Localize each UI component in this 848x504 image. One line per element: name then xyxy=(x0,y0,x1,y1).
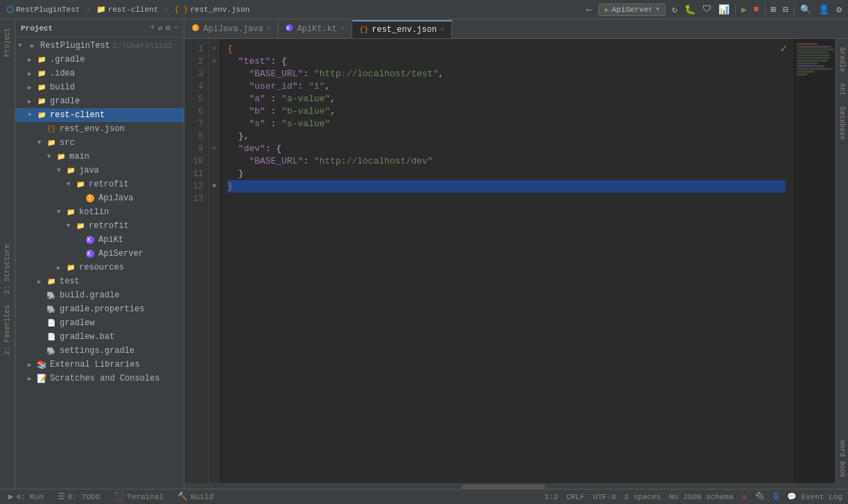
code-area[interactable]: { "test": { "BASE_URL": "http://localhos… xyxy=(219,39,794,483)
kotlin-folder-icon: 📁 xyxy=(65,207,76,218)
bottom-bar: ▶ 4: Run ☰ 6: TODO ⬛ Terminal 🔨 Build 1:… xyxy=(0,489,848,504)
breadcrumb-file[interactable]: { } rest_env.json xyxy=(171,4,253,15)
tab-apikt[interactable]: K ApiKt.kt × xyxy=(278,20,352,38)
fold-2[interactable]: ▼ xyxy=(209,55,219,68)
user-button[interactable]: 👤 xyxy=(815,3,833,17)
tree-item-resources[interactable]: ▶ 📁 resources xyxy=(15,261,184,275)
tab-apijava[interactable]: J ApiJava.java × xyxy=(184,20,278,38)
side-panel-actions: + ⇄ ⚙ − xyxy=(150,23,178,33)
play-icon: ▶ xyxy=(741,4,747,15)
tree-item-apikt[interactable]: ▶ K ApiKt xyxy=(15,233,184,247)
tree-item-external-libs[interactable]: ▶ 📚 External Libraries xyxy=(15,358,184,372)
tree-item-java[interactable]: ▼ 📁 java xyxy=(15,164,184,177)
tree-item-rest-env[interactable]: ▶ {} rest_env.json xyxy=(15,122,184,136)
database-panel-tab[interactable]: Database xyxy=(836,101,848,146)
tree-item-apiserver[interactable]: ▶ K ApiServer xyxy=(15,247,184,261)
search-button[interactable]: 🔍 xyxy=(797,3,815,17)
status-schema[interactable]: No JSON schema xyxy=(669,493,733,501)
add-action[interactable]: + xyxy=(150,23,155,33)
word-book-panel-tab[interactable]: Word Book xyxy=(836,435,848,483)
user-icon: 👤 xyxy=(818,4,829,15)
tree-item-retrofit-java[interactable]: ▼ 📁 retrofit xyxy=(15,177,184,191)
terminal-tab[interactable]: ⬛ Terminal xyxy=(111,492,166,502)
coverage-icon: 🛡 xyxy=(702,4,711,15)
code-line-2: "test": { xyxy=(227,55,786,68)
status-position[interactable]: 1:2 xyxy=(544,493,558,501)
stop-button[interactable]: ■ xyxy=(750,3,763,16)
ant-panel-tab[interactable]: Ant xyxy=(836,78,848,101)
tree-item-gradle-folder[interactable]: ▶ 📁 gradle xyxy=(15,94,184,108)
tree-item-scratches[interactable]: ▶ 📝 Scratches and Consoles xyxy=(15,372,184,385)
tree-item-apijava[interactable]: ▶ J ApiJava xyxy=(15,191,184,205)
tree-item-retrofit-kotlin[interactable]: ▼ 📁 retrofit xyxy=(15,219,184,233)
run-tab[interactable]: ▶ 4: Run xyxy=(6,492,46,502)
project-tab[interactable]: Project xyxy=(1,22,13,62)
run-config-selector[interactable]: ▶ ApiServer ▼ xyxy=(598,3,666,16)
fold-9[interactable]: ▼ xyxy=(209,143,219,155)
status-line-ending[interactable]: CRLF xyxy=(566,493,585,501)
code-line-1: { xyxy=(227,43,786,55)
tab-apikt-close[interactable]: × xyxy=(340,26,345,33)
tree-item-build-root[interactable]: ▶ 📁 build xyxy=(15,80,184,94)
tree-item-main[interactable]: ▼ 📁 main xyxy=(15,150,184,164)
run-play-button[interactable]: ▶ xyxy=(738,3,750,17)
top-toolbar: ⬡ RestPluginTest › 📁 rest-client › { } r… xyxy=(0,0,848,19)
fold-12[interactable]: ▼ xyxy=(209,180,219,193)
run-config-label: ApiServer xyxy=(612,6,652,14)
folder-icon: 📁 xyxy=(36,82,47,93)
scratch-icon: 📝 xyxy=(36,373,47,384)
gradle-panel-tab[interactable]: Gradle xyxy=(836,42,848,78)
tab-rest-env[interactable]: {} rest_env.json × xyxy=(352,20,452,38)
project-nav[interactable]: ⬡ RestPluginTest xyxy=(3,3,83,17)
folder-icon: 📁 xyxy=(46,137,57,148)
status-google-icon: G xyxy=(774,492,779,502)
tree-item-build-gradle[interactable]: ▶ 🐘 build.gradle xyxy=(15,288,184,302)
minimize-action[interactable]: − xyxy=(173,23,178,33)
nav-back-button[interactable]: ← xyxy=(583,3,596,17)
fold-1[interactable]: ▼ xyxy=(209,43,219,55)
tree-item-rest-client[interactable]: ▼ 📁 rest-client xyxy=(15,108,184,122)
sync-action[interactable]: ⇄ xyxy=(157,23,162,33)
tree-item-settings-gradle[interactable]: ▶ 🐘 settings.gradle xyxy=(15,344,184,358)
search-icon: 🔍 xyxy=(800,4,811,15)
fold-5 xyxy=(209,93,219,105)
settings-action[interactable]: ⚙ xyxy=(166,23,171,33)
tab-rest-env-label: rest_env.json xyxy=(372,25,437,35)
debug-button[interactable]: 🐛 xyxy=(681,3,699,17)
tree-item-idea[interactable]: ▶ 📁 .idea xyxy=(15,67,184,80)
tab-rest-env-close[interactable]: × xyxy=(440,26,444,34)
structure-tab[interactable]: 2: Structure xyxy=(1,238,13,299)
code-line-13 xyxy=(227,193,786,205)
tree-item-src[interactable]: ▼ 📁 src xyxy=(15,136,184,150)
tree-item-kotlin[interactable]: ▼ 📁 kotlin xyxy=(15,205,184,219)
build-tab[interactable]: 🔨 Build xyxy=(175,492,216,502)
breadcrumb-rest-client[interactable]: 📁 rest-client xyxy=(93,3,162,15)
tab-apijava-close[interactable]: × xyxy=(266,26,270,33)
fold-6 xyxy=(209,105,219,118)
todo-tab[interactable]: ☰ 6: TODO xyxy=(55,492,103,502)
tree-item-gradle-hidden[interactable]: ▶ 📁 .gradle xyxy=(15,53,184,67)
kotlin-file-icon2: K xyxy=(85,248,96,259)
folder-icon: 📁 xyxy=(96,5,106,14)
event-log[interactable]: 💬 Event Log xyxy=(787,492,842,501)
code-line-9: "dev": { xyxy=(227,143,786,155)
horizontal-scrollbar[interactable] xyxy=(184,483,848,489)
status-encoding[interactable]: UTF-8 xyxy=(593,493,616,501)
settings-button[interactable]: ⚙ xyxy=(833,3,845,17)
layout2-button[interactable]: ⊟ xyxy=(779,3,792,17)
tree-item-gradlew-bat[interactable]: ▶ 📄 gradlew.bat xyxy=(15,330,184,344)
code-line-5: "a" : "a-value", xyxy=(227,93,786,105)
coverage-button[interactable]: 🛡 xyxy=(699,3,715,16)
tree-item-gradle-props[interactable]: ▶ 🐘 gradle.properties xyxy=(15,302,184,316)
tree-item-gradlew[interactable]: ▶ 📄 gradlew xyxy=(15,316,184,330)
tree-item-test[interactable]: ▶ 📁 test xyxy=(15,275,184,288)
editor-outer: J ApiJava.java × K ApiKt.kt × {} rest_en… xyxy=(184,19,848,489)
profile-button[interactable]: 📊 xyxy=(715,3,733,17)
favorites-tab[interactable]: 2: Favorites xyxy=(1,299,13,360)
layout-button[interactable]: ⊞ xyxy=(768,3,780,17)
json-file-icon: {} xyxy=(46,123,57,134)
status-error-icon: ⚠ xyxy=(742,492,747,502)
tree-root[interactable]: ▼ ◈ RestPluginTest C:\Users\1132 xyxy=(15,39,184,53)
status-indent[interactable]: 2 spaces xyxy=(624,493,661,501)
sync-button[interactable]: ↻ xyxy=(668,3,681,17)
